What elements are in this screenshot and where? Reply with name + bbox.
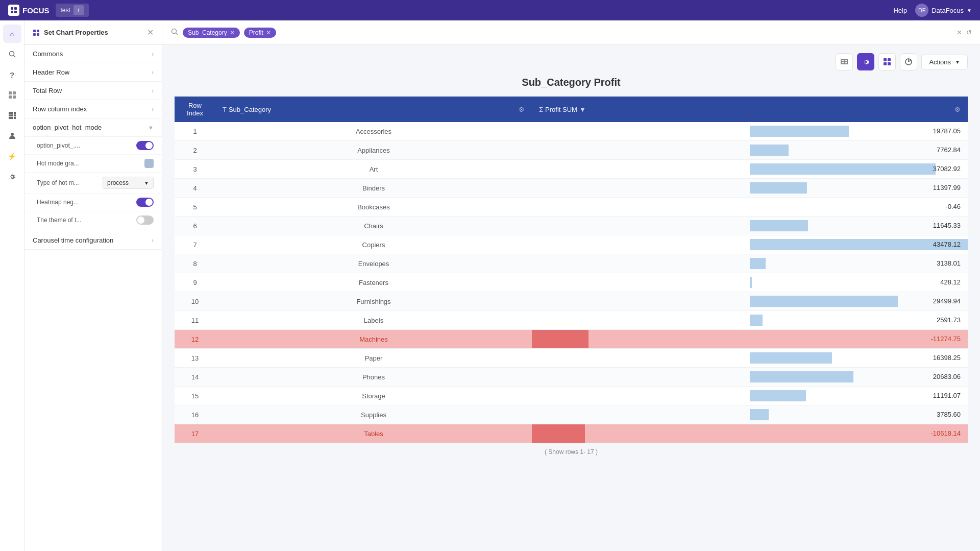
toolbar-table-icon[interactable] <box>836 53 853 70</box>
profit-value: 16398.25 <box>532 349 968 367</box>
svg-rect-10 <box>9 112 11 114</box>
cell-row-index: 2 <box>175 141 215 160</box>
table-row: 4Binders11397.99 <box>175 179 968 198</box>
profit-value: 19787.05 <box>532 122 968 140</box>
cell-category: Appliances <box>215 141 532 160</box>
tab-test[interactable]: test + <box>56 4 89 17</box>
svg-point-4 <box>9 52 14 56</box>
profit-value: 20683.06 <box>532 368 968 386</box>
table-row: 6Chairs11645.33 <box>175 217 968 235</box>
profit-value: 37082.92 <box>532 160 968 178</box>
toggle-theme[interactable] <box>136 215 154 225</box>
profit-sort-icon[interactable]: ▼ <box>579 106 586 113</box>
svg-rect-2 <box>11 11 13 13</box>
sidebar-item-question[interactable]: ? <box>3 65 21 84</box>
cell-category: Paper <box>215 349 532 368</box>
toggle-heatmap-neg[interactable] <box>136 198 154 207</box>
table-row: 8Envelopes3138.01 <box>175 254 968 273</box>
cell-profit: 2591.73 <box>532 311 968 330</box>
svg-rect-16 <box>9 117 11 119</box>
cell-category: Tables <box>215 424 532 443</box>
app-logo[interactable]: FOCUS <box>8 5 50 16</box>
toolbar-settings-icon[interactable] <box>857 53 874 70</box>
svg-rect-34 <box>884 62 887 65</box>
profit-value: -10618.14 <box>532 424 968 443</box>
cell-row-index: 5 <box>175 198 215 217</box>
svg-rect-33 <box>888 58 891 61</box>
props-section-pivot[interactable]: option_pivot_hot_mode ▼ <box>24 118 162 137</box>
profit-value: -11274.75 <box>532 330 968 348</box>
cell-category: Machines <box>215 330 532 349</box>
tag-sub-category[interactable]: Sub_Category ✕ <box>183 28 240 38</box>
profit-col-settings-icon[interactable]: ⚙ <box>954 106 961 113</box>
search-clear-icon[interactable]: ✕ <box>957 29 962 36</box>
props-item-row-column-index[interactable]: Row column index › <box>24 100 162 118</box>
cell-profit: 11191.07 <box>532 387 968 405</box>
sidebar-item-layout[interactable] <box>3 86 21 104</box>
tag-profit[interactable]: Profit ✕ <box>244 28 276 38</box>
cell-profit: -10618.14 <box>532 424 968 443</box>
cell-profit: 11645.33 <box>532 217 968 235</box>
profit-value: 29499.94 <box>532 292 968 310</box>
actions-button[interactable]: Actions ▼ <box>921 55 968 69</box>
sidebar-item-search[interactable] <box>3 45 21 63</box>
cell-row-index: 15 <box>175 387 215 405</box>
cell-row-index: 9 <box>175 273 215 292</box>
logo-icon <box>8 5 19 16</box>
toggle-option-pivot[interactable] <box>136 141 154 150</box>
props-item-header-row[interactable]: Header Row › <box>24 63 162 82</box>
profit-value: -0.46 <box>532 198 968 216</box>
cell-category: Supplies <box>215 405 532 424</box>
props-sub-hot-mode-gra: Hot mode gra... <box>24 155 162 173</box>
props-sub-type-hot: Type of hot m... process ▼ <box>24 173 162 194</box>
topnav: FOCUS test + Help DF DataFocus ▼ <box>0 0 980 20</box>
user-area[interactable]: DF DataFocus ▼ <box>915 4 972 17</box>
sidebar-item-person[interactable] <box>3 127 21 145</box>
svg-rect-0 <box>11 7 13 10</box>
svg-rect-8 <box>9 95 12 99</box>
toggle-hot-mode-gra[interactable] <box>144 159 154 168</box>
svg-rect-30 <box>844 59 845 64</box>
svg-rect-31 <box>847 59 848 64</box>
commons-arrow-icon: › <box>152 51 154 58</box>
tag-profit-close-icon[interactable]: ✕ <box>266 29 271 36</box>
help-link[interactable]: Help <box>893 7 907 14</box>
cell-profit: 3785.60 <box>532 405 968 424</box>
sidebar-item-settings[interactable] <box>3 167 21 186</box>
table-row: 2Appliances7762.84 <box>175 141 968 160</box>
cell-row-index: 16 <box>175 405 215 424</box>
svg-rect-11 <box>11 112 13 114</box>
table-row: 12Machines-11274.75 <box>175 330 968 349</box>
sidebar-item-home[interactable]: ⌂ <box>3 25 21 43</box>
profit-value: 2591.73 <box>532 311 968 329</box>
tab-add-icon[interactable]: + <box>74 5 84 15</box>
props-item-total-row[interactable]: Total Row › <box>24 82 162 100</box>
search-bar-icon <box>170 28 179 37</box>
search-refresh-icon[interactable]: ↺ <box>966 29 972 36</box>
col-header-row-index: Row Index <box>175 97 215 122</box>
toolbar-grid-icon[interactable] <box>878 53 896 70</box>
table-footer: ( Show rows 1- 17 ) <box>175 448 968 456</box>
toolbar-chart-icon[interactable] <box>900 53 917 70</box>
table-row: 7Copiers43478.12 <box>175 235 968 254</box>
sidebar-item-activity[interactable]: ⚡ <box>3 147 21 165</box>
cell-profit: 29499.94 <box>532 292 968 311</box>
sub-cat-col-settings-icon[interactable]: ⚙ <box>519 106 525 113</box>
props-item-carousel[interactable]: Carousel time configuration › <box>24 231 162 250</box>
profit-value: 11645.33 <box>532 217 968 235</box>
svg-rect-7 <box>13 91 16 94</box>
select-hot-mode-type[interactable]: process ▼ <box>103 177 154 189</box>
sidebar-item-grid[interactable] <box>3 106 21 125</box>
pivot-chevron-icon: ▼ <box>148 125 154 131</box>
data-table-container: Row Index T Sub_Category ⚙ <box>175 97 968 456</box>
cell-row-index: 6 <box>175 217 215 235</box>
cell-category: Copiers <box>215 235 532 254</box>
props-close-button[interactable]: ✕ <box>147 28 154 37</box>
props-sub-option-pivot: option_pivot_.... <box>24 137 162 155</box>
tag-sub-category-close-icon[interactable]: ✕ <box>230 29 235 36</box>
tab-label: test <box>61 7 70 14</box>
props-sub-theme: The theme of t... <box>24 211 162 229</box>
table-body: 1Accessories19787.052Appliances7762.843A… <box>175 122 968 443</box>
cell-profit: 7762.84 <box>532 141 968 160</box>
props-item-commons[interactable]: Commons › <box>24 45 162 63</box>
